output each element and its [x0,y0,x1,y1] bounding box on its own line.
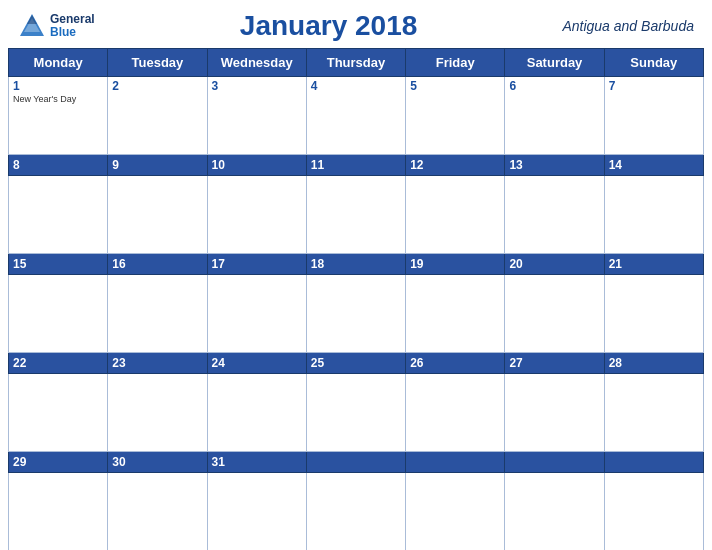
day-16-header: 16 [108,254,207,275]
week-header-3: 15 16 17 18 19 20 21 [9,254,704,275]
day-18-header: 18 [306,254,405,275]
day-9-header: 9 [108,155,207,176]
svg-marker-2 [27,15,37,24]
day-9-cell [108,176,207,254]
day-20-cell [505,275,604,353]
day-25-cell [306,374,405,452]
week-row-2 [9,176,704,254]
header-thursday: Thursday [306,49,405,77]
day-27-header: 27 [505,353,604,374]
day-8-header: 8 [9,155,108,176]
day-1: 1 New Year's Day [9,77,108,155]
header-sunday: Sunday [604,49,703,77]
day-14-cell [604,176,703,254]
week-row-5 [9,473,704,551]
day-24-header: 24 [207,353,306,374]
day-10-header: 10 [207,155,306,176]
day-26-header: 26 [406,353,505,374]
day-22-cell [9,374,108,452]
day-18-cell [306,275,405,353]
day-2: 2 [108,77,207,155]
header-tuesday: Tuesday [108,49,207,77]
week-row-1: 1 New Year's Day 2 3 4 5 6 7 [9,77,704,155]
day-30-cell [108,473,207,551]
day-empty-4-header [604,452,703,473]
logo-text: General Blue [50,13,95,39]
week-row-3 [9,275,704,353]
day-29-header: 29 [9,452,108,473]
calendar-wrapper: Monday Tuesday Wednesday Thursday Friday… [0,48,712,550]
day-10-cell [207,176,306,254]
day-3: 3 [207,77,306,155]
day-23-cell [108,374,207,452]
day-26-cell [406,374,505,452]
header-monday: Monday [9,49,108,77]
logo: General Blue [18,12,95,40]
calendar-title: January 2018 [240,10,417,42]
day-12-header: 12 [406,155,505,176]
day-14-header: 14 [604,155,703,176]
day-13-cell [505,176,604,254]
logo-icon [18,12,46,40]
day-empty-1-cell [306,473,405,551]
day-28-header: 28 [604,353,703,374]
week-header-4: 22 23 24 25 26 27 28 [9,353,704,374]
day-empty-2-header [406,452,505,473]
day-15-header: 15 [9,254,108,275]
day-20-header: 20 [505,254,604,275]
day-13-header: 13 [505,155,604,176]
day-11-header: 11 [306,155,405,176]
day-31-cell [207,473,306,551]
day-8-cell [9,176,108,254]
day-empty-4-cell [604,473,703,551]
day-23-header: 23 [108,353,207,374]
week-header-5: 29 30 31 [9,452,704,473]
day-empty-1-header [306,452,405,473]
week-row-4 [9,374,704,452]
day-4: 4 [306,77,405,155]
day-21-header: 21 [604,254,703,275]
day-19-header: 19 [406,254,505,275]
day-5: 5 [406,77,505,155]
day-12-cell [406,176,505,254]
header-saturday: Saturday [505,49,604,77]
day-17-header: 17 [207,254,306,275]
day-27-cell [505,374,604,452]
day-15-cell [9,275,108,353]
day-17-cell [207,275,306,353]
day-6: 6 [505,77,604,155]
day-22-header: 22 [9,353,108,374]
logo-blue-label: Blue [50,26,95,39]
day-28-cell [604,374,703,452]
day-empty-3-cell [505,473,604,551]
country-name: Antigua and Barbuda [562,18,694,34]
day-24-cell [207,374,306,452]
header-friday: Friday [406,49,505,77]
day-31-header: 31 [207,452,306,473]
day-16-cell [108,275,207,353]
day-7: 7 [604,77,703,155]
day-21-cell [604,275,703,353]
day-headers-row: Monday Tuesday Wednesday Thursday Friday… [9,49,704,77]
header-wednesday: Wednesday [207,49,306,77]
day-25-header: 25 [306,353,405,374]
day-30-header: 30 [108,452,207,473]
week-header-2: 8 9 10 11 12 13 14 [9,155,704,176]
day-empty-2-cell [406,473,505,551]
calendar-header: General Blue January 2018 Antigua and Ba… [0,0,712,48]
day-29-cell [9,473,108,551]
day-19-cell [406,275,505,353]
day-11-cell [306,176,405,254]
calendar-table: Monday Tuesday Wednesday Thursday Friday… [8,48,704,550]
day-empty-3-header [505,452,604,473]
